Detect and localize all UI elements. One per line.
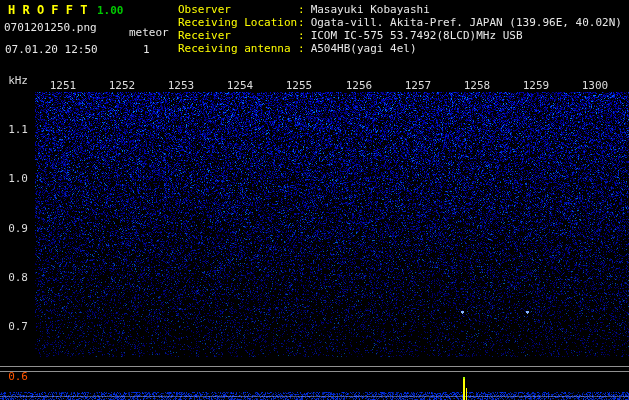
mode-label: meteor xyxy=(129,26,169,39)
info-label: Receiving Location xyxy=(178,16,298,29)
info-row-location: Receiving Location:Ogata-vill. Akita-Pre… xyxy=(178,16,622,29)
spectrogram-canvas xyxy=(0,0,629,400)
y-tick-0p6: 0.6 xyxy=(2,370,28,383)
observer-info: Observer:Masayuki Kobayashi Receiving Lo… xyxy=(178,3,622,55)
info-separator: : xyxy=(298,16,305,29)
x-tick-1259: 1259 xyxy=(522,79,550,92)
info-separator: : xyxy=(298,42,305,55)
y-tick-0p7: 0.7 xyxy=(2,320,28,333)
info-separator: : xyxy=(298,29,305,42)
info-value: ICOM IC-575 53.7492(8LCD)MHz USB xyxy=(311,29,523,42)
x-tick-1251: 1251 xyxy=(49,79,77,92)
x-tick-1253: 1253 xyxy=(167,79,195,92)
y-tick-1p0: 1.0 xyxy=(2,172,28,185)
x-tick-1252: 1252 xyxy=(108,79,136,92)
x-tick-1258: 1258 xyxy=(463,79,491,92)
info-value: A504HB(yagi 4el) xyxy=(311,42,417,55)
info-row-receiver: Receiver:ICOM IC-575 53.7492(8LCD)MHz US… xyxy=(178,29,622,42)
info-row-antenna: Receiving antenna:A504HB(yagi 4el) xyxy=(178,42,622,55)
x-tick-1300: 1300 xyxy=(581,79,609,92)
info-label: Observer xyxy=(178,3,298,16)
info-separator: : xyxy=(298,3,305,16)
y-tick-0p9: 0.9 xyxy=(2,222,28,235)
output-filename: 0701201250.png xyxy=(4,21,97,34)
y-tick-1p1: 1.1 xyxy=(2,123,28,136)
info-label: Receiving antenna xyxy=(178,42,298,55)
x-tick-1257: 1257 xyxy=(404,79,432,92)
x-tick-1255: 1255 xyxy=(285,79,313,92)
y-tick-0p8: 0.8 xyxy=(2,271,28,284)
y-axis-unit: kHz xyxy=(2,74,28,87)
info-label: Receiver xyxy=(178,29,298,42)
x-tick-1256: 1256 xyxy=(345,79,373,92)
info-row-observer: Observer:Masayuki Kobayashi xyxy=(178,3,622,16)
app-title: H R O F F T xyxy=(8,3,87,17)
x-tick-1254: 1254 xyxy=(226,79,254,92)
meteor-count: 1 xyxy=(143,43,150,56)
info-value: Masayuki Kobayashi xyxy=(311,3,430,16)
timestamp: 07.01.20 12:50 xyxy=(5,43,98,56)
info-value: Ogata-vill. Akita-Pref. JAPAN (139.96E, … xyxy=(311,16,622,29)
hrofft-window: H R O F F T 1.00 0701201250.png meteor 0… xyxy=(0,0,629,400)
app-version: 1.00 xyxy=(97,4,124,17)
